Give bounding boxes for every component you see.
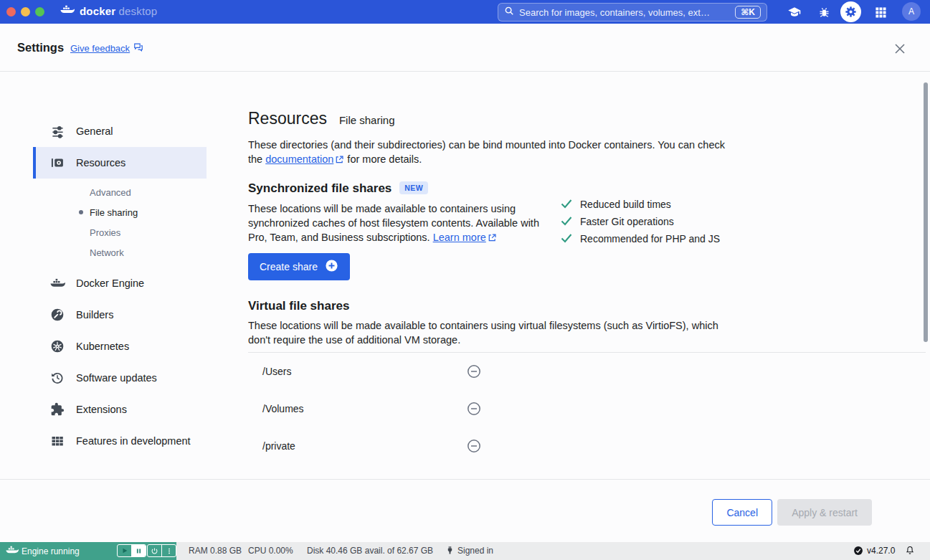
apps-grid-icon[interactable] bbox=[873, 5, 888, 19]
sidebar-item-label: General bbox=[76, 125, 113, 137]
check-icon bbox=[559, 231, 574, 247]
sidebar-item-features-in-development[interactable]: Features in development bbox=[33, 425, 207, 457]
pause-engine-icon[interactable] bbox=[132, 545, 146, 556]
app-title: dockerdesktop bbox=[80, 5, 157, 17]
sidebar-item-software-updates[interactable]: Software updates bbox=[33, 362, 207, 394]
macos-zoom-button[interactable] bbox=[35, 7, 44, 16]
sidebar-item-label: Features in development bbox=[76, 435, 191, 447]
search-shortcut-badge: ⌘K bbox=[735, 6, 761, 19]
macos-close-button[interactable] bbox=[6, 7, 16, 16]
engine-power-controls bbox=[147, 544, 176, 557]
engine-status-segment: Engine running bbox=[0, 542, 176, 560]
sidebar-item-label: Builders bbox=[76, 309, 113, 321]
share-path: /private bbox=[262, 440, 295, 452]
external-link-icon bbox=[335, 153, 344, 168]
sidebar-item-resources[interactable]: Resources bbox=[33, 147, 207, 179]
plus-circle-icon bbox=[325, 259, 338, 275]
status-bar: Engine running RAM 0.88 GB CPU 0.00% Dis… bbox=[0, 542, 930, 560]
synchronized-shares-description: These locations will be made available t… bbox=[248, 201, 549, 246]
apply-restart-button[interactable]: Apply & restart bbox=[777, 499, 872, 526]
share-row: /private bbox=[248, 427, 926, 465]
sidebar-item-extensions[interactable]: Extensions bbox=[33, 394, 207, 425]
engine-more-options-icon[interactable] bbox=[162, 545, 176, 556]
share-row: /Users bbox=[248, 353, 926, 390]
version-check-icon bbox=[853, 546, 863, 558]
docker-whale-icon bbox=[49, 275, 66, 292]
learning-center-icon[interactable] bbox=[787, 5, 802, 19]
create-share-button[interactable]: Create share bbox=[248, 253, 350, 280]
sidebar-subitem-proxies[interactable]: Proxies bbox=[33, 222, 207, 242]
cancel-button[interactable]: Cancel bbox=[712, 499, 772, 526]
give-feedback-link[interactable]: Give feedback bbox=[70, 42, 143, 54]
sidebar-item-label: Kubernetes bbox=[76, 341, 129, 352]
disk-usage: Disk 40.46 GB avail. of 62.67 GB bbox=[307, 546, 433, 556]
benefits-list: Reduced build times Faster Git operation… bbox=[559, 196, 720, 247]
intro-paragraph: These directories (and their subdirector… bbox=[248, 138, 733, 168]
window-titlebar: dockerdesktop ⌘K bbox=[0, 0, 930, 24]
app-logo: dockerdesktop bbox=[60, 4, 157, 18]
settings-header: Settings Give feedback bbox=[0, 24, 930, 72]
cpu-usage: CPU 0.00% bbox=[248, 546, 293, 556]
new-badge: NEW bbox=[399, 181, 428, 194]
signed-in-status[interactable]: Signed in bbox=[457, 546, 493, 556]
start-engine-icon[interactable] bbox=[118, 545, 131, 556]
kubernetes-icon bbox=[49, 338, 66, 355]
synchronized-shares-heading: Synchronized file shares NEW bbox=[248, 181, 428, 196]
sidebar-item-kubernetes[interactable]: Kubernetes bbox=[33, 331, 207, 362]
vertical-scrollbar[interactable] bbox=[924, 82, 928, 342]
search-input[interactable] bbox=[519, 7, 735, 18]
sidebar-item-builders[interactable]: Builders bbox=[33, 299, 207, 331]
share-row: /Volumes bbox=[248, 390, 926, 427]
search-icon bbox=[504, 6, 514, 19]
settings-footer: Cancel Apply & restart bbox=[0, 479, 930, 542]
resources-title: Resources bbox=[248, 109, 327, 128]
stop-engine-icon[interactable] bbox=[148, 545, 161, 556]
close-icon[interactable] bbox=[893, 42, 907, 56]
remove-share-icon[interactable] bbox=[467, 402, 481, 416]
benefit-item: Recommended for PHP and JS bbox=[559, 230, 720, 247]
learn-more-link[interactable]: Learn more bbox=[433, 232, 486, 243]
benefit-item: Reduced build times bbox=[559, 196, 720, 213]
virtual-shares-description: These locations will be made available t… bbox=[248, 318, 736, 347]
virtual-shares-heading: Virtual file shares bbox=[248, 299, 349, 313]
sidebar-item-label: Software updates bbox=[76, 372, 157, 384]
remove-share-icon[interactable] bbox=[467, 439, 481, 453]
sidebar-subitem-network[interactable]: Network bbox=[33, 242, 207, 262]
file-sharing-subtitle: File sharing bbox=[339, 114, 395, 126]
share-path: /Users bbox=[262, 366, 291, 377]
resources-icon bbox=[49, 154, 66, 171]
app-version[interactable]: v4.27.0 bbox=[867, 546, 895, 556]
active-bullet bbox=[79, 210, 83, 214]
share-path: /Volumes bbox=[262, 403, 304, 414]
sliders-icon bbox=[49, 123, 66, 140]
feedback-icon bbox=[133, 42, 143, 54]
check-icon bbox=[559, 196, 574, 213]
ram-usage: RAM 0.88 GB bbox=[189, 546, 242, 556]
user-avatar[interactable]: A bbox=[902, 2, 921, 21]
page-title: Settings bbox=[17, 41, 64, 54]
sidebar-item-label: Resources bbox=[76, 157, 125, 169]
sidebar-subitem-advanced[interactable]: Advanced bbox=[33, 182, 207, 202]
sidebar-item-general[interactable]: General bbox=[33, 115, 207, 147]
section-heading: Resources File sharing bbox=[248, 109, 394, 128]
sidebar-item-label: Docker Engine bbox=[76, 277, 144, 289]
update-history-icon bbox=[49, 369, 66, 386]
sidebar-subitem-file-sharing[interactable]: File sharing bbox=[33, 202, 207, 222]
notifications-bell-icon[interactable] bbox=[905, 545, 915, 558]
plug-icon bbox=[445, 545, 455, 558]
docker-whale-icon bbox=[60, 4, 75, 18]
settings-gear-icon[interactable] bbox=[840, 1, 861, 22]
wrench-circle-icon bbox=[49, 306, 66, 323]
remove-share-icon[interactable] bbox=[467, 364, 481, 379]
global-search[interactable]: ⌘K bbox=[498, 3, 767, 22]
macos-minimize-button[interactable] bbox=[21, 7, 30, 16]
sidebar-item-docker-engine[interactable]: Docker Engine bbox=[33, 267, 207, 299]
puzzle-icon bbox=[49, 401, 66, 418]
check-icon bbox=[559, 214, 574, 230]
docker-whale-icon bbox=[6, 545, 19, 557]
settings-sidebar: General Resources Advanced File sharing … bbox=[33, 72, 207, 479]
bug-report-icon[interactable] bbox=[817, 5, 831, 19]
documentation-link[interactable]: documentation bbox=[265, 153, 333, 165]
virtual-shares-table: /Users /Volumes /private bbox=[248, 352, 926, 465]
engine-run-controls bbox=[117, 544, 146, 557]
